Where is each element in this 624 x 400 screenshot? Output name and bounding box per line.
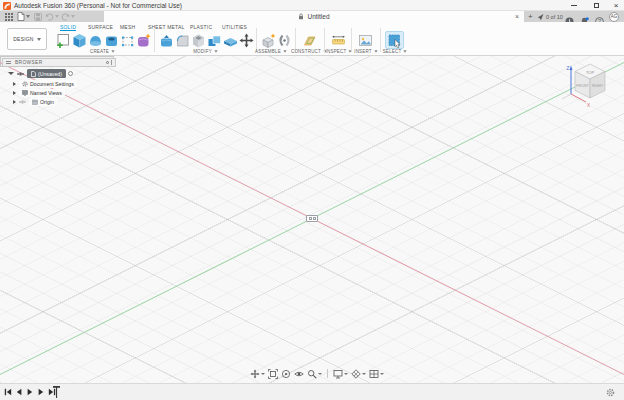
browser-item-named-views[interactable]: Named Views — [13, 88, 65, 97]
pan-button[interactable] — [250, 369, 265, 379]
zoom-button[interactable] — [307, 369, 322, 379]
collapsed-caret-icon[interactable] — [13, 91, 16, 95]
minimize-button[interactable] — [566, 0, 582, 11]
document-tab[interactable]: Untitled × — [104, 11, 524, 22]
tab-surface[interactable]: SURFACE — [88, 23, 113, 31]
joint-icon — [277, 33, 292, 48]
hole-button[interactable] — [103, 32, 119, 48]
orbit-icon — [281, 369, 291, 379]
tab-utilities[interactable]: UTILITIES — [222, 23, 247, 31]
split-body-button[interactable] — [222, 32, 238, 48]
browser-root-row[interactable]: (Unsaved) — [8, 69, 73, 78]
revolve-button[interactable] — [87, 32, 103, 48]
panel-options-icon[interactable] — [106, 61, 110, 65]
joint-button[interactable] — [276, 32, 292, 48]
timeline-go-to-start-button[interactable] — [4, 388, 12, 396]
combine-button[interactable] — [206, 32, 222, 48]
viewports-button[interactable] — [369, 369, 384, 379]
plus-icon: + — [528, 12, 533, 21]
create-form-button[interactable] — [135, 32, 151, 48]
grid-icon — [351, 369, 361, 379]
file-menu-button[interactable] — [16, 11, 30, 22]
extrude-icon — [72, 33, 87, 48]
select-tool-button[interactable] — [385, 31, 404, 49]
extrude-button[interactable] — [71, 32, 87, 48]
browser-item-origin[interactable]: Origin — [13, 97, 57, 106]
viewports-icon — [369, 369, 379, 379]
save-button[interactable] — [32, 11, 43, 22]
create-sketch-button[interactable] — [55, 32, 71, 48]
navigation-bar — [250, 367, 384, 380]
measure-button[interactable] — [330, 32, 346, 48]
data-panel-button[interactable] — [3, 11, 14, 22]
browser-item-document-settings[interactable]: Document Settings — [13, 79, 77, 88]
maximize-button[interactable] — [588, 0, 604, 11]
look-at-button[interactable] — [294, 369, 304, 379]
group-select[interactable]: SELECT — [380, 48, 410, 55]
model-viewport[interactable]: TOP FRONT RIGHT Z X BROWSER (Unsaved) — [0, 56, 624, 383]
group-create[interactable]: CREATE — [75, 48, 130, 55]
help-button[interactable]: ? — [595, 12, 604, 21]
display-settings-button[interactable] — [333, 369, 348, 379]
browser-root-node[interactable]: (Unsaved) — [27, 69, 66, 78]
collapsed-caret-icon[interactable] — [13, 100, 16, 104]
create-box-button[interactable] — [119, 32, 135, 48]
application-bar: Untitled × + 0 of 10 ? AG — [0, 11, 624, 22]
file-menu-caret-icon — [26, 15, 30, 18]
named-views-icon — [22, 90, 28, 96]
move-icon — [239, 33, 254, 48]
expand-caret-icon[interactable] — [8, 72, 14, 75]
group-assemble[interactable]: ASSEMBLE — [250, 48, 292, 55]
document-tab-title: Untitled — [307, 13, 329, 20]
timeline-play-button[interactable] — [26, 388, 34, 396]
insert-button[interactable] — [357, 32, 373, 48]
maximize-icon — [594, 3, 599, 8]
editable-documents-badge[interactable]: 0 of 10 — [537, 11, 563, 22]
browser-panel-header[interactable]: BROWSER — [2, 58, 116, 67]
timeline-step-back-button[interactable] — [15, 388, 23, 396]
browser-item-label: Origin — [40, 99, 54, 105]
hole-icon — [104, 33, 119, 48]
new-component-icon — [261, 33, 276, 48]
new-document-tab-button[interactable]: + — [528, 11, 533, 22]
undo-button[interactable] — [45, 11, 59, 22]
timeline-position-marker[interactable] — [52, 385, 61, 399]
view-cube[interactable]: TOP FRONT RIGHT Z X — [558, 60, 622, 114]
user-avatar[interactable]: AG — [609, 12, 619, 22]
workspace-selector[interactable]: DESIGN — [7, 28, 47, 50]
group-insert[interactable]: INSERT — [350, 48, 382, 55]
origin-plane-icon — [313, 217, 316, 220]
orbit-button[interactable] — [281, 369, 291, 379]
fusion-logo-icon — [3, 2, 11, 10]
press-pull-button[interactable] — [158, 32, 174, 48]
tab-solid[interactable]: SOLID — [60, 23, 76, 31]
collapsed-caret-icon[interactable] — [13, 82, 16, 86]
notifications-button[interactable] — [580, 12, 589, 21]
move-copy-button[interactable] — [238, 32, 254, 48]
new-component-button[interactable] — [260, 32, 276, 48]
timeline-settings-gear-icon[interactable] — [606, 388, 615, 397]
fillet-button[interactable] — [174, 32, 190, 48]
grid-and-snaps-button[interactable] — [351, 369, 366, 379]
group-modify[interactable]: MODIFY — [178, 48, 233, 55]
timeline-step-forward-button[interactable] — [37, 388, 45, 396]
browser-panel-title: BROWSER — [15, 60, 106, 65]
z-axis-arrow-icon — [570, 66, 573, 71]
tab-mesh[interactable]: MESH — [120, 23, 135, 31]
visibility-eye-off-icon[interactable] — [18, 99, 27, 105]
tab-plastic[interactable]: PLASTIC — [190, 23, 212, 31]
redo-button[interactable] — [61, 11, 75, 22]
close-button[interactable]: × — [608, 0, 624, 11]
tab-close-button[interactable]: × — [515, 11, 519, 22]
shell-button[interactable] — [190, 32, 206, 48]
ribbon-toolbar: DESIGN SOLID SURFACE MESH SHEET METAL PL… — [0, 22, 624, 56]
activate-component-radio[interactable] — [68, 71, 73, 76]
visibility-eye-icon[interactable] — [16, 71, 25, 77]
gear-icon — [22, 81, 28, 87]
data-panel-grid-icon — [5, 13, 13, 21]
construct-plane-button[interactable] — [301, 32, 317, 48]
panel-grip-icon[interactable] — [111, 60, 112, 65]
job-status-button[interactable] — [565, 12, 574, 21]
fit-button[interactable] — [268, 369, 278, 379]
origin-marker[interactable] — [306, 215, 318, 222]
